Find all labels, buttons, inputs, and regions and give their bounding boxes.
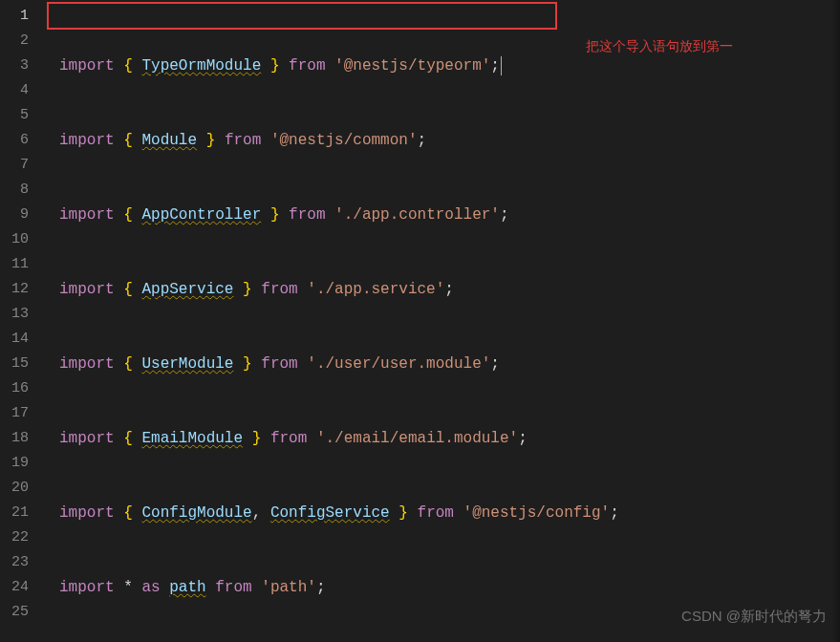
line-number-gutter: 1 2 3 4 5 6 7 8 9 10 11 12 13 14 15 16 1… — [0, 0, 46, 642]
line-number: 17 — [0, 401, 29, 426]
code-line: import { UserModule } from './user/user.… — [59, 352, 840, 376]
line-number: 11 — [0, 252, 29, 277]
line-number: 13 — [0, 302, 29, 327]
line-number: 22 — [0, 525, 29, 550]
code-area[interactable]: import { TypeOrmModule } from '@nestjs/t… — [46, 0, 840, 642]
line-number: 8 — [0, 178, 29, 203]
code-line: import { AppService } from './app.servic… — [59, 277, 840, 302]
line-number: 7 — [0, 153, 29, 178]
line-number: 12 — [0, 277, 29, 302]
line-number: 21 — [0, 501, 29, 525]
annotation-text: 把这个导入语句放到第一 — [586, 33, 733, 58]
line-number: 23 — [0, 550, 29, 575]
code-line: import { AppController } from './app.con… — [59, 203, 840, 227]
line-number: 19 — [0, 451, 29, 476]
line-number: 3 — [0, 54, 29, 78]
line-number: 5 — [0, 103, 29, 128]
line-number: 25 — [0, 600, 29, 625]
minimap-shadow — [832, 0, 840, 642]
code-line: import * as path from 'path'; — [59, 575, 840, 600]
line-number: 10 — [0, 227, 29, 252]
line-number: 18 — [0, 426, 29, 451]
line-number: 24 — [0, 575, 29, 600]
code-editor[interactable]: 1 2 3 4 5 6 7 8 9 10 11 12 13 14 15 16 1… — [0, 0, 840, 642]
watermark: CSDN @新时代的弩力 — [681, 604, 827, 629]
line-number: 4 — [0, 78, 29, 103]
line-number: 16 — [0, 376, 29, 401]
code-line: import { ConfigModule, ConfigService } f… — [59, 501, 840, 525]
line-number: 1 — [0, 4, 29, 29]
line-number: 15 — [0, 352, 29, 376]
line-number: 14 — [0, 327, 29, 352]
line-number: 2 — [0, 29, 29, 54]
text-cursor — [501, 56, 502, 75]
line-number: 20 — [0, 476, 29, 501]
line-number: 6 — [0, 128, 29, 153]
line-number: 9 — [0, 203, 29, 227]
code-line: import { EmailModule } from './email/ema… — [59, 426, 840, 451]
code-line: import { Module } from '@nestjs/common'; — [59, 128, 840, 153]
